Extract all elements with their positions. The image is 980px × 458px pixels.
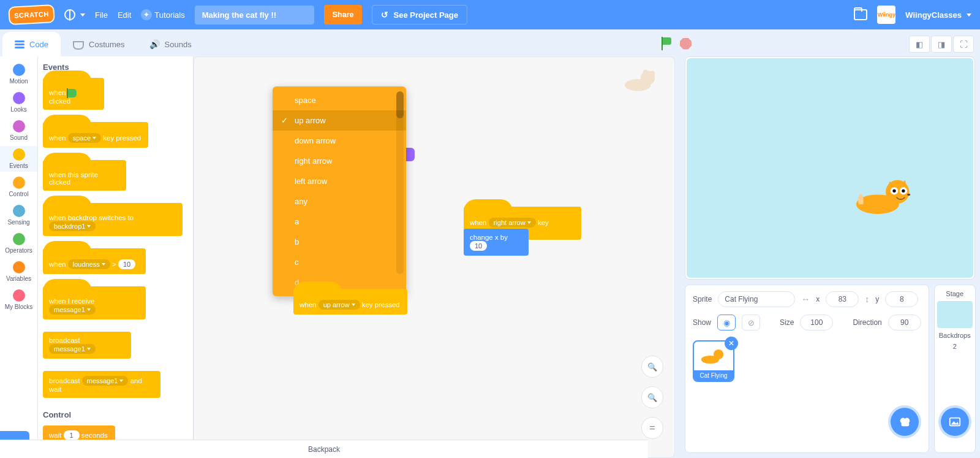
key-option-any[interactable]: any <box>273 191 406 212</box>
stage-size-small[interactable]: ◧ <box>909 36 930 53</box>
block-when-key-pressed[interactable]: when space key pressed <box>43 122 148 148</box>
sprite-on-stage[interactable] <box>852 175 919 218</box>
dropdown-scrollbar[interactable] <box>396 91 404 274</box>
key-option-right-arrow[interactable]: right arrow <box>273 151 406 171</box>
category-control[interactable]: Control <box>0 174 37 200</box>
sprite-x-input[interactable] <box>826 291 859 307</box>
stop-button[interactable] <box>680 38 692 50</box>
stage[interactable] <box>685 56 975 280</box>
xy-icon: ↔ <box>801 294 810 304</box>
globe-icon <box>64 9 75 20</box>
key-option-down-arrow[interactable]: down arrow <box>273 131 406 151</box>
category-events[interactable]: Events <box>0 146 37 172</box>
script-change-x-by[interactable]: change x by 10 <box>464 229 529 256</box>
hide-sprite-button[interactable]: ⊘ <box>742 315 760 330</box>
folder-icon <box>854 9 867 20</box>
scratch-logo[interactable]: SCRATCH <box>8 4 55 25</box>
block-when-sprite-clicked[interactable]: when this sprite clicked <box>43 160 126 191</box>
sprite-y-input[interactable] <box>885 291 918 307</box>
svg-rect-15 <box>902 422 910 426</box>
file-menu[interactable]: File <box>95 10 108 20</box>
sound-icon: 🔊 <box>149 39 160 49</box>
sprite-name-input[interactable] <box>718 291 795 307</box>
brush-icon <box>73 40 84 48</box>
sprite-tile-cat-flying[interactable]: ✕ Cat Flying <box>693 340 734 382</box>
chevron-down-icon <box>80 13 85 17</box>
block-broadcast[interactable]: broadcast message1 <box>43 332 131 359</box>
chevron-down-icon <box>967 13 971 17</box>
stage-fullscreen[interactable]: ⛶ <box>953 36 974 53</box>
code-icon <box>15 40 24 48</box>
svg-point-9 <box>902 189 905 193</box>
key-option-left-arrow[interactable]: left arrow <box>273 171 406 191</box>
svg-point-10 <box>907 194 910 196</box>
zoom-out-button[interactable]: 🔍 <box>641 386 663 408</box>
svg-point-7 <box>892 189 895 193</box>
y-icon: ↕ <box>865 294 869 304</box>
script-workspace[interactable]: space up arrow down arrow right arrow le… <box>194 56 675 458</box>
svg-point-12 <box>714 349 723 359</box>
key-option-c[interactable]: c <box>273 252 406 272</box>
stage-thumb <box>937 301 973 328</box>
block-broadcast-wait[interactable]: broadcast message1 and wait <box>43 371 160 398</box>
block-when-backdrop-switches[interactable]: when backdrop switches to backdrop1 <box>43 203 183 236</box>
tab-sounds[interactable]: 🔊Sounds <box>137 32 204 56</box>
tutorials-button[interactable]: Tutorials <box>141 9 184 20</box>
looks-block-edge[interactable] <box>406 148 415 161</box>
sprite-watermark <box>623 68 658 93</box>
edit-menu[interactable]: Edit <box>118 10 131 20</box>
stage-size-large[interactable]: ◨ <box>931 36 952 53</box>
key-option-up-arrow[interactable]: up arrow <box>273 110 406 131</box>
sprite-size-input[interactable] <box>800 315 833 330</box>
palette-heading-control: Control <box>43 410 189 419</box>
green-flag-button[interactable] <box>660 37 674 50</box>
key-dropdown-menu: space up arrow down arrow right arrow le… <box>273 86 406 296</box>
zoom-in-button[interactable]: 🔍 <box>641 356 663 378</box>
category-sound[interactable]: Sound <box>0 118 37 143</box>
see-project-page-button[interactable]: ↺See Project Page <box>372 5 467 25</box>
script-when-up-arrow[interactable]: when up arrow key pressed <box>293 289 407 315</box>
block-palette: Events when clicked when space key press… <box>38 29 194 458</box>
tab-costumes[interactable]: Costumes <box>61 32 137 56</box>
svg-point-2 <box>643 70 648 75</box>
key-option-a[interactable]: a <box>273 212 406 232</box>
add-backdrop-button[interactable] <box>941 408 969 436</box>
community-icon: ↺ <box>381 10 388 20</box>
block-when-loudness[interactable]: when loudness > 10 <box>43 248 146 274</box>
zoom-reset-button[interactable]: = <box>641 417 663 439</box>
green-flag-icon <box>68 89 77 97</box>
user-avatar[interactable]: Wiingy <box>877 6 895 24</box>
project-title-input[interactable] <box>195 6 314 25</box>
show-sprite-button[interactable]: ◉ <box>717 315 736 330</box>
block-when-receive[interactable]: when I receive message1 <box>43 286 146 319</box>
category-myblocks[interactable]: My Blocks <box>0 287 37 313</box>
category-motion[interactable]: Motion <box>0 61 37 87</box>
category-operators[interactable]: Operators <box>0 231 37 256</box>
my-stuff-button[interactable] <box>854 9 867 20</box>
account-menu[interactable]: WiingyClasses <box>905 10 971 20</box>
share-button[interactable]: Share <box>324 5 363 25</box>
svg-point-3 <box>650 71 655 76</box>
sprite-label: Sprite <box>693 295 712 303</box>
tab-code[interactable]: Code <box>2 32 61 56</box>
zoom-controls: 🔍 🔍 = <box>641 356 663 439</box>
delete-sprite-button[interactable]: ✕ <box>725 337 738 350</box>
category-sensing[interactable]: Sensing <box>0 202 37 228</box>
block-when-flag-clicked[interactable]: when clicked <box>43 78 104 110</box>
lightbulb-icon <box>141 9 152 20</box>
category-looks[interactable]: Looks <box>0 90 37 115</box>
key-option-space[interactable]: space <box>273 90 406 110</box>
language-picker[interactable] <box>64 9 85 20</box>
key-option-b[interactable]: b <box>273 232 406 252</box>
backpack-panel[interactable]: Backpack <box>0 440 648 458</box>
sprite-direction-input[interactable] <box>888 315 921 330</box>
dropdown-tail <box>336 278 346 284</box>
add-sprite-button[interactable] <box>891 408 919 436</box>
category-variables[interactable]: Variables <box>0 259 37 284</box>
category-rail: Motion Looks Sound Events Control Sensin… <box>0 29 38 458</box>
menu-bar: SCRATCH File Edit Tutorials Share ↺See P… <box>0 0 980 29</box>
